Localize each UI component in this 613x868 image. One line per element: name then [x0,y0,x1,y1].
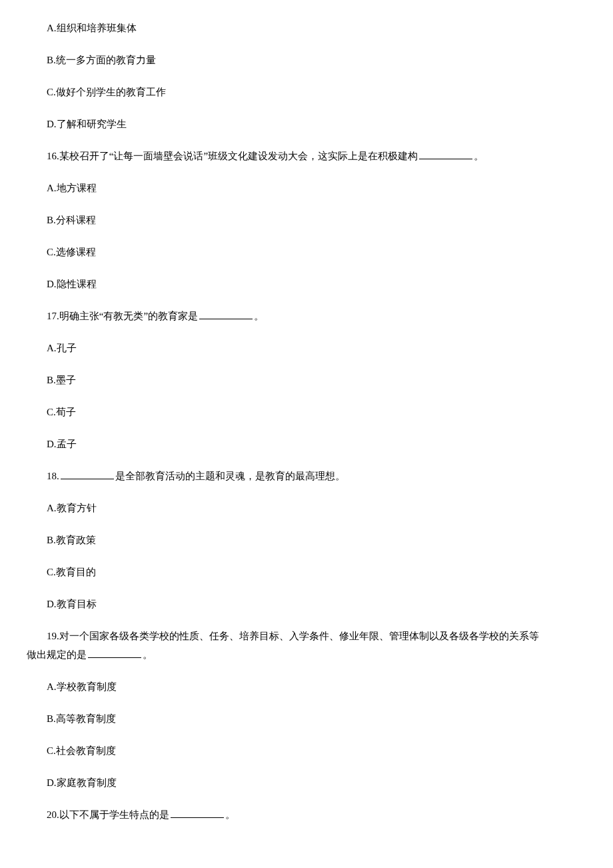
q19-stem-line2-pre: 做出规定的是 [27,649,87,660]
q16-option-b: B.分科课程 [27,212,586,228]
blank-field [419,149,472,159]
q20-stem: 20.以下不属于学生特点的是。 [27,807,586,823]
q16-stem-pre: 16.某校召开了“让每一面墙壁会说话”班级文化建设发动大会，这实际上是在积极建构 [47,151,418,161]
q15-option-b: B.统一多方面的教育力量 [27,52,586,68]
q16-stem: 16.某校召开了“让每一面墙壁会说话”班级文化建设发动大会，这实际上是在积极建构… [27,148,586,164]
q18-option-c: C.教育目的 [27,564,586,580]
q20-stem-pre: 20.以下不属于学生特点的是 [47,809,169,820]
blank-field [199,309,253,319]
q19-option-b: B.高等教育制度 [27,711,586,727]
q19-option-c: C.社会教育制度 [27,743,586,759]
q17-option-a: A.孔子 [27,340,586,356]
q17-option-c: C.荀子 [27,404,586,420]
q16-option-c: C.选修课程 [27,244,586,260]
q17-option-d: D.孟子 [27,436,586,452]
blank-field [61,469,114,479]
q15-option-d: D.了解和研究学生 [27,116,586,132]
q18-stem-post: 是全部教育活动的主题和灵魂，是教育的最高理想。 [115,471,345,481]
q19-stem-line2: 做出规定的是。 [27,647,586,663]
q17-stem-pre: 17.明确主张“有教无类”的教育家是 [47,311,198,321]
q15-option-a: A.组织和培养班集体 [27,20,586,36]
q16-option-d: D.隐性课程 [27,276,586,292]
q19-option-a: A.学校教育制度 [27,679,586,695]
q18-stem-pre: 18. [47,471,59,481]
q17-option-b: B.墨子 [27,372,586,388]
q16-stem-post: 。 [474,151,484,161]
q18-option-d: D.教育目标 [27,596,586,612]
q16-option-a: A.地方课程 [27,180,586,196]
q19-option-d: D.家庭教育制度 [27,775,586,791]
q19-stem-line2-post: 。 [143,649,153,660]
exam-page: A.组织和培养班集体 B.统一多方面的教育力量 C.做好个别学生的教育工作 D.… [0,0,613,859]
q15-option-c: C.做好个别学生的教育工作 [27,84,586,100]
q17-stem: 17.明确主张“有教无类”的教育家是。 [27,308,586,324]
q18-option-a: A.教育方针 [27,500,586,516]
blank-field [88,647,141,658]
q18-option-b: B.教育政策 [27,532,586,548]
blank-field [171,807,224,818]
q17-stem-post: 。 [254,311,264,321]
q18-stem: 18.是全部教育活动的主题和灵魂，是教育的最高理想。 [27,468,586,484]
q19-stem-line1: 19.对一个国家各级各类学校的性质、任务、培养目标、入学条件、修业年限、管理体制… [27,628,586,644]
q20-stem-post: 。 [225,809,235,820]
